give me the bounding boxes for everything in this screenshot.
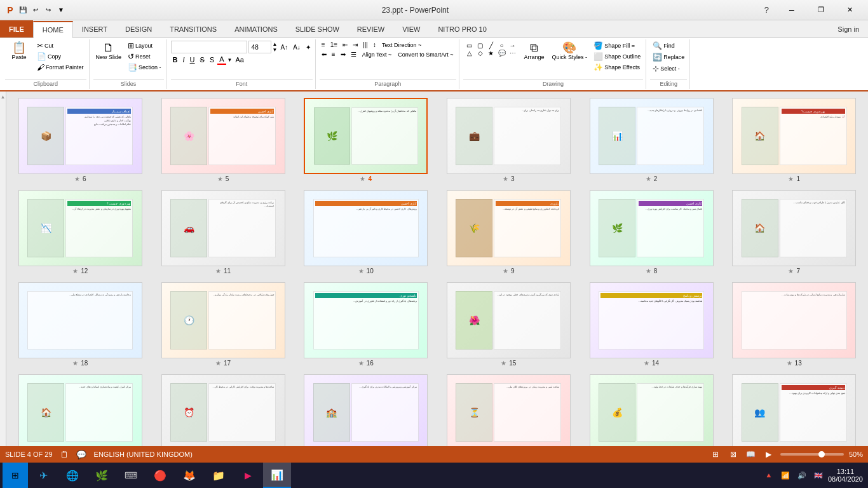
text-direction-button[interactable]: Text Direction ~: [379, 41, 424, 49]
slide-item-11[interactable]: برنامه ریزی و مدیریت منابع و تخصیص آن بر…: [156, 190, 291, 274]
slide-thumb-13[interactable]: سازمان‌دهی و مدیریت منابع انسانی در شرکت…: [732, 282, 856, 358]
slide-thumb-5[interactable]: کاری احسن متن کوتاه برای توضیح محتوای ای…: [161, 98, 285, 174]
reset-button[interactable]: ↺ Reset: [125, 51, 164, 62]
reading-view-button[interactable]: 📖: [745, 449, 757, 460]
slide-thumb-6[interactable]: اهداف سمینار ماهایی که نعمتی که جمعیت می…: [18, 98, 142, 174]
align-right-button[interactable]: ➡: [339, 50, 348, 58]
slide-item-21[interactable]: ساعت شنی و مدیریت زمان در پروژه‌های کلان…: [441, 374, 576, 446]
sign-in-button[interactable]: Sign in: [829, 20, 868, 37]
copy-button[interactable]: 📄 Copy: [34, 51, 86, 62]
line-spacing-button[interactable]: ↕: [371, 41, 378, 49]
slide-item-2[interactable]: اقتصادی در روابط بیرونی و درونی با راهکا…: [584, 98, 719, 182]
slide-thumb-17[interactable]: چون وقت‌شناختی در محیط‌های زیست پایدار ز…: [161, 282, 285, 358]
find-button[interactable]: 🔍 Find: [650, 41, 677, 51]
slide-thumb-22[interactable]: مرکز آموزشی و پرورشی با امکانات مدرن برا…: [304, 374, 428, 446]
slide-thumb-24[interactable]: مرکز کنترل کیفیت و پیاده‌سازی استاندارده…: [18, 374, 142, 446]
systray-volume[interactable]: 🔊: [795, 471, 809, 480]
slide-sorter-button[interactable]: ⊠: [727, 449, 740, 460]
replace-button[interactable]: 🔄 Replace: [650, 52, 687, 62]
decrease-indent-button[interactable]: ⇤: [341, 41, 349, 49]
slide-thumb-15[interactable]: شادی دوی که بزرگترین آسیب پذیری‌های فعلی…: [447, 282, 571, 358]
slide-item-13[interactable]: سازمان‌دهی و مدیریت منابع انسانی در شرکت…: [726, 282, 862, 367]
font-size-decrease[interactable]: ▼: [273, 47, 278, 53]
slide-thumb-8[interactable]: کاری احسن فضای سبز و محیط کار مناسب برای…: [590, 190, 714, 266]
slide-item-23[interactable]: ساعت‌ها و مدیریت وقت برای افزایش کارایی …: [156, 374, 291, 446]
slide-item-9[interactable]: باروری تاریخچه کشاورزی و منابع طبیعی و ن…: [441, 190, 576, 274]
font-color-dropdown[interactable]: ▼: [227, 57, 233, 63]
tab-review[interactable]: REVIEW: [348, 20, 393, 37]
align-text-button[interactable]: Align Text ~: [360, 51, 395, 58]
font-size-increase[interactable]: ▲: [273, 41, 278, 47]
tab-slideshow[interactable]: SLIDE SHOW: [287, 20, 348, 37]
slide-thumb-14[interactable]: پرسش و پاسخ هدفمند بودن سبک مدیریتی اگر …: [590, 282, 714, 358]
systray-language[interactable]: 🇬🇧: [811, 471, 825, 480]
shape-diamond[interactable]: ◇: [475, 50, 485, 57]
bullets-button[interactable]: ≡: [320, 41, 327, 49]
slide-thumb-16[interactable]: دانشجو دوری برنامه‌های یادگیری از راه دو…: [304, 282, 428, 358]
slide-item-19[interactable]: نتیجه گیری جمع بندی نهایی و ارائه پیشنها…: [726, 374, 862, 446]
slides-panel[interactable]: اهداف سمینار ماهایی که نعمتی که جمعیت می…: [6, 92, 868, 446]
increase-font-size-btn[interactable]: A↑: [279, 43, 290, 51]
tab-nitro[interactable]: NITRO PRO 10: [429, 20, 495, 37]
slide-thumb-18[interactable]: محاسبه بازدهی و رسیدگی به مسائل اقتصادی …: [18, 282, 142, 358]
align-left-button[interactable]: ⬅: [320, 50, 329, 58]
tab-design[interactable]: DESIGN: [116, 20, 161, 37]
underline-button[interactable]: U: [188, 55, 197, 64]
slide-thumb-20[interactable]: بهینه سازی فرآیندها و حذف ضایعات در خط ت…: [590, 374, 714, 446]
paste-button[interactable]: 📋 Paste: [5, 41, 33, 62]
slide-item-12[interactable]: بهره وری چیست؟ مفهوم بهره وری در سازمان …: [13, 190, 148, 274]
numbering-button[interactable]: 1≡: [329, 41, 339, 49]
slide-item-7[interactable]: اتاق نشیمن مدرن با طراحی خوب و فضای مناس…: [726, 190, 862, 274]
close-button[interactable]: ✕: [837, 1, 863, 19]
font-family-input[interactable]: [171, 41, 247, 53]
shape-rect[interactable]: ▭: [465, 42, 475, 49]
systray-network[interactable]: 📶: [778, 471, 792, 480]
shape-star[interactable]: ★: [486, 50, 496, 57]
slide-item-10[interactable]: کاری احسن روش‌های کاری احسن در محیط کاری…: [298, 190, 433, 274]
zoom-slider[interactable]: [780, 453, 844, 456]
slide-item-15[interactable]: شادی دوی که بزرگترین آسیب پذیری‌های فعلی…: [441, 282, 576, 367]
increase-indent-button[interactable]: ⇥: [351, 41, 360, 49]
shape-rounded[interactable]: ▢: [475, 42, 485, 49]
zoom-thumb[interactable]: [818, 451, 825, 458]
notes-icon[interactable]: 🗒: [60, 450, 69, 459]
slide-thumb-10[interactable]: کاری احسن روش‌های کاری احسن در محیط کاری…: [304, 190, 428, 266]
shape-effects-button[interactable]: ✨ Shape Effects: [591, 62, 643, 72]
comments-icon[interactable]: 💬: [76, 450, 86, 459]
slide-thumb-7[interactable]: اتاق نشیمن مدرن با طراحی خوب و فضای مناس…: [732, 190, 856, 266]
normal-view-button[interactable]: ⊞: [709, 449, 722, 460]
slide-thumb-1[interactable]: بهره وری چیست؟ 📈 نمودار رشد اقتصادی 🏠: [732, 98, 856, 174]
taskbar-powerpoint[interactable]: 📊: [263, 463, 291, 488]
section-button[interactable]: 📑 Section -: [125, 62, 164, 72]
tab-file[interactable]: FILE: [0, 20, 33, 37]
slide-item-8[interactable]: کاری احسن فضای سبز و محیط کار مناسب برای…: [584, 190, 719, 274]
strikethrough-button[interactable]: S: [198, 55, 207, 64]
columns-button[interactable]: |||: [361, 41, 370, 49]
slide-item-6[interactable]: اهداف سمینار ماهایی که نعمتی که جمعیت می…: [13, 98, 148, 182]
slide-item-24[interactable]: مرکز کنترل کیفیت و پیاده‌سازی استاندارده…: [13, 374, 148, 446]
taskbar-chrome[interactable]: 🔴: [146, 463, 174, 488]
tab-animations[interactable]: ANIMATIONS: [226, 20, 287, 37]
tab-view[interactable]: VIEW: [393, 20, 429, 37]
taskbar-telegram[interactable]: ✈: [29, 463, 57, 488]
quick-styles-button[interactable]: 🎨 Quick Styles -: [550, 41, 590, 62]
shape-line[interactable]: ╱: [486, 42, 496, 49]
slide-item-22[interactable]: مرکز آموزشی و پرورشی با امکانات مدرن برا…: [298, 374, 433, 446]
slide-item-5[interactable]: کاری احسن متن کوتاه برای توضیح محتوای ای…: [156, 98, 291, 182]
taskbar-firefox[interactable]: 🦊: [175, 463, 203, 488]
bold-button[interactable]: B: [171, 55, 180, 64]
slide-item-3[interactable]: برای چه پول بنظری چه راه‌حلی برای... 💼 3…: [441, 98, 576, 182]
new-slide-button[interactable]: 🗋 New Slide: [93, 41, 125, 62]
arrange-button[interactable]: ⧉ Arrange: [520, 41, 548, 62]
undo-icon[interactable]: ↩: [31, 5, 41, 15]
slide-thumb-2[interactable]: اقتصادی در روابط بیرونی و درونی با راهکا…: [590, 98, 714, 174]
slide-item-4[interactable]: ماهایی که مخاطبان آن را محدود میکند و رو…: [298, 98, 433, 182]
slide-thumb-19[interactable]: نتیجه گیری جمع بندی نهایی و ارائه پیشنها…: [732, 374, 856, 446]
slide-thumb-12[interactable]: بهره وری چیست؟ مفهوم بهره وری در سازمان …: [18, 190, 142, 266]
slide-thumb-9[interactable]: باروری تاریخچه کشاورزی و منابع طبیعی و ن…: [447, 190, 571, 266]
tab-insert[interactable]: INSERT: [73, 20, 116, 37]
tab-transitions[interactable]: TRANSITIONS: [161, 20, 226, 37]
slide-thumb-4[interactable]: ماهایی که مخاطبان آن را محدود میکند و رو…: [304, 98, 428, 174]
shape-arrow[interactable]: →: [508, 42, 518, 49]
shape-fill-button[interactable]: 🪣 Shape Fill =: [591, 41, 643, 51]
